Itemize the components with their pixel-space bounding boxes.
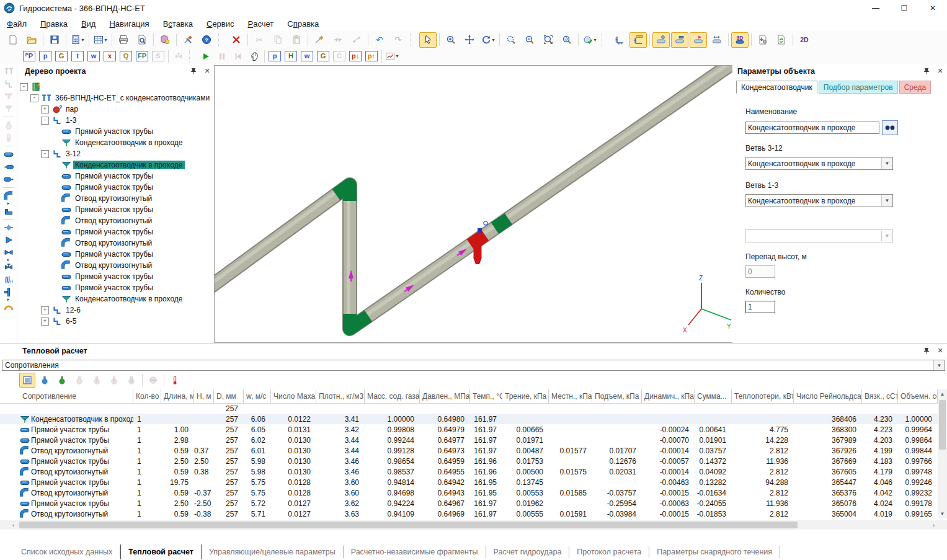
- param-FP-button[interactable]: FP: [135, 50, 149, 63]
- column-header[interactable]: Кол-во: [133, 389, 161, 403]
- column-header[interactable]: Динамич., кПа: [642, 389, 695, 403]
- menu-4[interactable]: Навигация: [102, 16, 156, 31]
- bottom-tab-7[interactable]: Параметры снарядного течения: [649, 546, 780, 558]
- tree-item[interactable]: Прямой участок трубы: [17, 204, 214, 215]
- close-icon[interactable]: ✕: [936, 67, 945, 76]
- bottom-tab-3[interactable]: Управляющие/целевые параметры: [202, 546, 344, 558]
- show-p-button[interactable]: p: [267, 50, 282, 63]
- param-P-chart-button[interactable]: ᴾP: [22, 50, 37, 63]
- zoom-in-button[interactable]: [442, 32, 460, 48]
- column-header[interactable]: Число Маха: [271, 389, 316, 403]
- param-Q-button[interactable]: Q: [118, 50, 133, 63]
- straight-pipe-button[interactable]: [1, 148, 16, 161]
- table-row[interactable]: Прямой участок трубы12.50-2.502575.720.0…: [0, 498, 938, 509]
- result-category-combo[interactable]: Сопротивления ▼: [2, 360, 945, 371]
- open-folder-button[interactable]: [23, 32, 40, 48]
- help-button[interactable]: ?: [198, 32, 215, 48]
- tree-item[interactable]: Прямой участок трубы: [17, 226, 214, 238]
- viewport-3d[interactable]: Z Y X: [214, 65, 733, 343]
- pump-height-button[interactable]: H: [1, 273, 16, 286]
- column-header[interactable]: Сумма...: [695, 389, 732, 403]
- tree-item[interactable]: Прямой участок трубы: [17, 182, 214, 193]
- table-row[interactable]: Конденсатоотводчик в проходе12576.060.01…: [0, 414, 938, 424]
- zoom-all-button[interactable]: [558, 32, 576, 48]
- zoom-frame-button[interactable]: [540, 32, 557, 48]
- chevron-down-icon[interactable]: ▼: [881, 195, 892, 206]
- tools-button[interactable]: [179, 32, 197, 48]
- thermometer-button[interactable]: [167, 373, 183, 388]
- table-view-button[interactable]: [19, 373, 35, 388]
- dropdown-arrow-icon[interactable]: ▾: [594, 37, 596, 43]
- tree-item[interactable]: -366-ВПНД-НС-ЕТ_с конденсатоотводчиками: [17, 92, 214, 104]
- branch-1-3-combo[interactable]: Конденсатоотводчик в проходе ▼: [745, 194, 893, 207]
- tree-item[interactable]: -1-3: [17, 115, 214, 126]
- tree-item[interactable]: Отвод крутоизогнутый: [17, 238, 214, 249]
- vscroll-thumb[interactable]: [939, 400, 946, 450]
- tree-item[interactable]: +6-5: [17, 316, 214, 327]
- maximize-button[interactable]: ☐: [890, 0, 918, 16]
- table-row[interactable]: Прямой участок трубы12.502.502575.980.01…: [0, 456, 938, 466]
- pin-icon[interactable]: [189, 67, 198, 76]
- pin-icon[interactable]: [922, 67, 931, 76]
- nozzle-button[interactable]: [1, 234, 16, 246]
- undo-button[interactable]: ↶: [371, 32, 388, 48]
- menu-6[interactable]: Сервис: [200, 16, 241, 31]
- pipe-inlet-button[interactable]: [1, 161, 16, 173]
- column-header[interactable]: Масс. сод. газа: [365, 389, 420, 403]
- table-row[interactable]: Прямой участок трубы12.982576.020.01303.…: [0, 435, 938, 445]
- calculator-button[interactable]: ▾: [69, 32, 86, 48]
- axes-button[interactable]: [611, 32, 628, 48]
- menu-1[interactable]: Файл: [0, 16, 33, 31]
- tree-item[interactable]: Отвод крутоизогнутый: [17, 260, 214, 271]
- report-load-button[interactable]: [754, 32, 771, 48]
- chart-button[interactable]: ▾: [385, 50, 399, 63]
- valve-button[interactable]: [1, 246, 16, 259]
- table-row[interactable]: Отвод крутоизогнутый10.590.372576.010.01…: [0, 445, 938, 456]
- tree-item[interactable]: Конденсатоотводчик в проходе: [17, 137, 214, 148]
- column-header[interactable]: Давлен., МПа: [420, 389, 470, 403]
- show-p-down-button[interactable]: p↓: [348, 50, 363, 63]
- tree-item[interactable]: +12-6: [17, 304, 214, 316]
- column-header[interactable]: Темп., °С: [470, 389, 502, 403]
- tab-parameter-selection[interactable]: Подбор параметров: [819, 81, 898, 94]
- menu-5[interactable]: Вставка: [156, 16, 200, 31]
- flask-green-button[interactable]: [54, 373, 70, 388]
- bottom-tab-6[interactable]: Протокол расчета: [569, 546, 649, 558]
- column-header[interactable]: Число Рейнольдса: [794, 389, 862, 403]
- database-button[interactable]: [156, 32, 174, 48]
- tab-medium[interactable]: Среда: [899, 81, 931, 94]
- print-button[interactable]: [115, 32, 132, 48]
- collapse-icon[interactable]: -: [30, 94, 38, 102]
- param-x-button[interactable]: x: [102, 50, 117, 63]
- new-document-button[interactable]: [4, 32, 22, 48]
- column-header[interactable]: Объемн. со: [898, 389, 938, 403]
- tree-item[interactable]: +?пар: [17, 104, 214, 115]
- dropdown-arrow-icon[interactable]: ▾: [396, 53, 398, 59]
- show-fittings-button[interactable]: [671, 32, 688, 48]
- tree-item[interactable]: Отвод крутоизогнутый: [17, 215, 214, 226]
- hand-cursor-button[interactable]: [247, 50, 262, 63]
- column-header[interactable]: Длина, м: [161, 389, 194, 403]
- save-button[interactable]: [46, 32, 63, 48]
- view-2d-button[interactable]: 2D: [796, 32, 813, 48]
- count-input[interactable]: [745, 301, 775, 313]
- select-pointer-button[interactable]: [419, 32, 437, 48]
- flange-button[interactable]: [1, 301, 16, 313]
- branch-3-12-combo[interactable]: Конденсатоотводчик в проходе ▼: [745, 157, 893, 170]
- corner-elbow-button[interactable]: [1, 205, 16, 217]
- show-G-button[interactable]: G: [316, 50, 331, 63]
- column-header[interactable]: Теплопотери, кВт: [732, 389, 794, 403]
- zoom-window-button[interactable]: [502, 32, 520, 48]
- menu-3[interactable]: Вид: [74, 16, 103, 31]
- hscroll-thumb[interactable]: [19, 522, 798, 528]
- column-header[interactable]: Плотн., кг/м3: [316, 389, 365, 403]
- tree-item[interactable]: Прямой участок трубы: [17, 126, 214, 137]
- zoom-out-button[interactable]: [521, 32, 538, 48]
- name-input[interactable]: [745, 122, 879, 134]
- delete-button[interactable]: [228, 32, 245, 48]
- collapse-icon[interactable]: -: [41, 150, 49, 158]
- dropdown-arrow-icon[interactable]: ▾: [81, 37, 84, 43]
- table-horizontal-scrollbar[interactable]: ‹ ›: [0, 520, 947, 530]
- collapse-icon[interactable]: -: [41, 117, 49, 125]
- table-grid-button[interactable]: ▾: [92, 32, 109, 48]
